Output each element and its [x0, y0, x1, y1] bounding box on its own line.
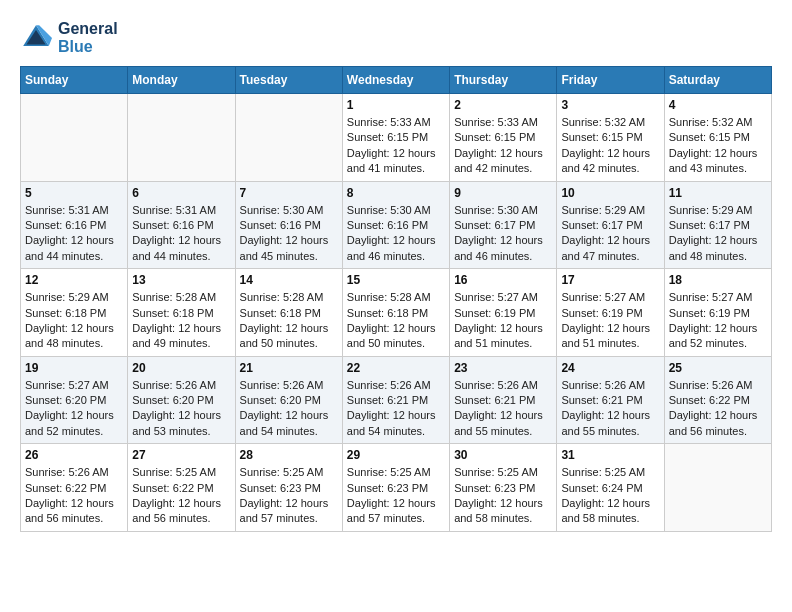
- day-number: 13: [132, 273, 230, 287]
- day-info: Sunrise: 5:27 AMSunset: 6:19 PMDaylight:…: [561, 290, 659, 352]
- day-info: Sunrise: 5:27 AMSunset: 6:19 PMDaylight:…: [454, 290, 552, 352]
- day-number: 29: [347, 448, 445, 462]
- day-info: Sunrise: 5:26 AMSunset: 6:21 PMDaylight:…: [454, 378, 552, 440]
- calendar-cell: 12Sunrise: 5:29 AMSunset: 6:18 PMDayligh…: [21, 269, 128, 357]
- day-info: Sunrise: 5:25 AMSunset: 6:23 PMDaylight:…: [240, 465, 338, 527]
- day-info: Sunrise: 5:33 AMSunset: 6:15 PMDaylight:…: [347, 115, 445, 177]
- day-number: 3: [561, 98, 659, 112]
- calendar-cell: 24Sunrise: 5:26 AMSunset: 6:21 PMDayligh…: [557, 356, 664, 444]
- calendar-cell: 31Sunrise: 5:25 AMSunset: 6:24 PMDayligh…: [557, 444, 664, 532]
- calendar-cell: 14Sunrise: 5:28 AMSunset: 6:18 PMDayligh…: [235, 269, 342, 357]
- calendar-cell: 5Sunrise: 5:31 AMSunset: 6:16 PMDaylight…: [21, 181, 128, 269]
- day-info: Sunrise: 5:32 AMSunset: 6:15 PMDaylight:…: [669, 115, 767, 177]
- day-info: Sunrise: 5:29 AMSunset: 6:17 PMDaylight:…: [669, 203, 767, 265]
- day-info: Sunrise: 5:28 AMSunset: 6:18 PMDaylight:…: [347, 290, 445, 352]
- day-number: 21: [240, 361, 338, 375]
- day-number: 31: [561, 448, 659, 462]
- day-info: Sunrise: 5:29 AMSunset: 6:17 PMDaylight:…: [561, 203, 659, 265]
- calendar-week-3: 12Sunrise: 5:29 AMSunset: 6:18 PMDayligh…: [21, 269, 772, 357]
- day-info: Sunrise: 5:25 AMSunset: 6:22 PMDaylight:…: [132, 465, 230, 527]
- calendar-cell: 17Sunrise: 5:27 AMSunset: 6:19 PMDayligh…: [557, 269, 664, 357]
- page-header: General Blue: [20, 20, 772, 56]
- calendar-cell: 11Sunrise: 5:29 AMSunset: 6:17 PMDayligh…: [664, 181, 771, 269]
- day-info: Sunrise: 5:27 AMSunset: 6:20 PMDaylight:…: [25, 378, 123, 440]
- calendar-cell: 8Sunrise: 5:30 AMSunset: 6:16 PMDaylight…: [342, 181, 449, 269]
- day-info: Sunrise: 5:31 AMSunset: 6:16 PMDaylight:…: [25, 203, 123, 265]
- day-number: 22: [347, 361, 445, 375]
- day-info: Sunrise: 5:26 AMSunset: 6:22 PMDaylight:…: [25, 465, 123, 527]
- weekday-saturday: Saturday: [664, 67, 771, 94]
- calendar-table: SundayMondayTuesdayWednesdayThursdayFrid…: [20, 66, 772, 532]
- day-number: 24: [561, 361, 659, 375]
- weekday-thursday: Thursday: [450, 67, 557, 94]
- logo-text: General Blue: [58, 20, 118, 56]
- day-info: Sunrise: 5:30 AMSunset: 6:16 PMDaylight:…: [240, 203, 338, 265]
- calendar-cell: 29Sunrise: 5:25 AMSunset: 6:23 PMDayligh…: [342, 444, 449, 532]
- day-info: Sunrise: 5:26 AMSunset: 6:21 PMDaylight:…: [347, 378, 445, 440]
- calendar-cell: 16Sunrise: 5:27 AMSunset: 6:19 PMDayligh…: [450, 269, 557, 357]
- calendar-cell: 10Sunrise: 5:29 AMSunset: 6:17 PMDayligh…: [557, 181, 664, 269]
- calendar-cell: 23Sunrise: 5:26 AMSunset: 6:21 PMDayligh…: [450, 356, 557, 444]
- day-number: 19: [25, 361, 123, 375]
- weekday-header-row: SundayMondayTuesdayWednesdayThursdayFrid…: [21, 67, 772, 94]
- day-info: Sunrise: 5:26 AMSunset: 6:21 PMDaylight:…: [561, 378, 659, 440]
- calendar-cell: 9Sunrise: 5:30 AMSunset: 6:17 PMDaylight…: [450, 181, 557, 269]
- day-info: Sunrise: 5:25 AMSunset: 6:24 PMDaylight:…: [561, 465, 659, 527]
- day-number: 15: [347, 273, 445, 287]
- day-number: 25: [669, 361, 767, 375]
- calendar-cell: 13Sunrise: 5:28 AMSunset: 6:18 PMDayligh…: [128, 269, 235, 357]
- calendar-cell: 30Sunrise: 5:25 AMSunset: 6:23 PMDayligh…: [450, 444, 557, 532]
- day-number: 26: [25, 448, 123, 462]
- calendar-cell: 25Sunrise: 5:26 AMSunset: 6:22 PMDayligh…: [664, 356, 771, 444]
- calendar-cell: 15Sunrise: 5:28 AMSunset: 6:18 PMDayligh…: [342, 269, 449, 357]
- calendar-cell: 3Sunrise: 5:32 AMSunset: 6:15 PMDaylight…: [557, 94, 664, 182]
- calendar-cell: 6Sunrise: 5:31 AMSunset: 6:16 PMDaylight…: [128, 181, 235, 269]
- day-number: 1: [347, 98, 445, 112]
- calendar-cell: 1Sunrise: 5:33 AMSunset: 6:15 PMDaylight…: [342, 94, 449, 182]
- calendar-week-2: 5Sunrise: 5:31 AMSunset: 6:16 PMDaylight…: [21, 181, 772, 269]
- calendar-cell: 19Sunrise: 5:27 AMSunset: 6:20 PMDayligh…: [21, 356, 128, 444]
- day-number: 30: [454, 448, 552, 462]
- day-info: Sunrise: 5:28 AMSunset: 6:18 PMDaylight:…: [240, 290, 338, 352]
- day-number: 12: [25, 273, 123, 287]
- day-number: 2: [454, 98, 552, 112]
- day-number: 27: [132, 448, 230, 462]
- day-info: Sunrise: 5:25 AMSunset: 6:23 PMDaylight:…: [454, 465, 552, 527]
- weekday-sunday: Sunday: [21, 67, 128, 94]
- calendar-cell: 21Sunrise: 5:26 AMSunset: 6:20 PMDayligh…: [235, 356, 342, 444]
- day-info: Sunrise: 5:30 AMSunset: 6:17 PMDaylight:…: [454, 203, 552, 265]
- day-number: 18: [669, 273, 767, 287]
- calendar-cell: [235, 94, 342, 182]
- calendar-cell: 7Sunrise: 5:30 AMSunset: 6:16 PMDaylight…: [235, 181, 342, 269]
- calendar-cell: 26Sunrise: 5:26 AMSunset: 6:22 PMDayligh…: [21, 444, 128, 532]
- day-info: Sunrise: 5:30 AMSunset: 6:16 PMDaylight:…: [347, 203, 445, 265]
- day-info: Sunrise: 5:31 AMSunset: 6:16 PMDaylight:…: [132, 203, 230, 265]
- calendar-cell: [128, 94, 235, 182]
- weekday-friday: Friday: [557, 67, 664, 94]
- day-number: 14: [240, 273, 338, 287]
- day-number: 28: [240, 448, 338, 462]
- calendar-cell: 27Sunrise: 5:25 AMSunset: 6:22 PMDayligh…: [128, 444, 235, 532]
- day-number: 16: [454, 273, 552, 287]
- calendar-week-5: 26Sunrise: 5:26 AMSunset: 6:22 PMDayligh…: [21, 444, 772, 532]
- day-info: Sunrise: 5:25 AMSunset: 6:23 PMDaylight:…: [347, 465, 445, 527]
- calendar-cell: 22Sunrise: 5:26 AMSunset: 6:21 PMDayligh…: [342, 356, 449, 444]
- day-info: Sunrise: 5:26 AMSunset: 6:20 PMDaylight:…: [240, 378, 338, 440]
- calendar-cell: 18Sunrise: 5:27 AMSunset: 6:19 PMDayligh…: [664, 269, 771, 357]
- day-number: 8: [347, 186, 445, 200]
- calendar-header: SundayMondayTuesdayWednesdayThursdayFrid…: [21, 67, 772, 94]
- day-info: Sunrise: 5:32 AMSunset: 6:15 PMDaylight:…: [561, 115, 659, 177]
- logo-icon: [20, 22, 52, 54]
- day-number: 6: [132, 186, 230, 200]
- day-number: 10: [561, 186, 659, 200]
- day-number: 4: [669, 98, 767, 112]
- logo: General Blue: [20, 20, 118, 56]
- day-info: Sunrise: 5:29 AMSunset: 6:18 PMDaylight:…: [25, 290, 123, 352]
- weekday-wednesday: Wednesday: [342, 67, 449, 94]
- day-number: 5: [25, 186, 123, 200]
- day-number: 7: [240, 186, 338, 200]
- weekday-monday: Monday: [128, 67, 235, 94]
- calendar-week-1: 1Sunrise: 5:33 AMSunset: 6:15 PMDaylight…: [21, 94, 772, 182]
- calendar-cell: 4Sunrise: 5:32 AMSunset: 6:15 PMDaylight…: [664, 94, 771, 182]
- day-info: Sunrise: 5:26 AMSunset: 6:20 PMDaylight:…: [132, 378, 230, 440]
